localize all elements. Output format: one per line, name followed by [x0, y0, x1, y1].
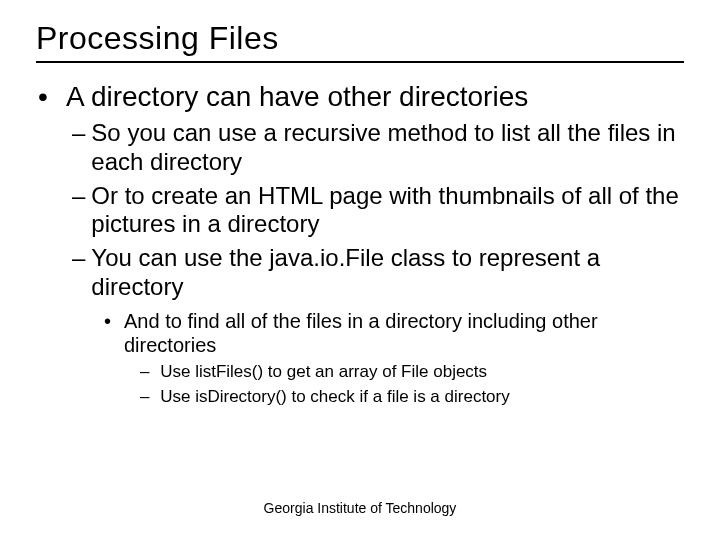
slide-title: Processing Files [0, 0, 720, 61]
sub2-text: And to find all of the files in a direct… [124, 309, 684, 357]
bullet-level2: – You can use the java.io.File class to … [72, 244, 684, 301]
bullet-level4: – Use listFiles() to get an array of Fil… [140, 361, 684, 382]
dash-icon: – [72, 244, 91, 272]
bullet-dot-icon: • [36, 81, 66, 113]
dash-icon: – [72, 182, 91, 210]
sub3-text: Use listFiles() to get an array of File … [160, 361, 487, 382]
dash-icon: – [72, 119, 91, 147]
bullet-level3: • And to find all of the files in a dire… [104, 309, 684, 357]
dash-icon: – [140, 386, 160, 407]
bullet-level1: • A directory can have other directories [36, 81, 684, 113]
bullet-level2: – So you can use a recursive method to l… [72, 119, 684, 176]
bullet-level4: – Use isDirectory() to check if a file i… [140, 386, 684, 407]
slide-content: • A directory can have other directories… [0, 63, 720, 408]
bullet-dot-icon: • [104, 309, 124, 333]
dash-icon: – [140, 361, 160, 382]
sub1-text: Or to create an HTML page with thumbnail… [91, 182, 684, 239]
footer-text: Georgia Institute of Technology [0, 500, 720, 516]
sub1-text: You can use the java.io.File class to re… [91, 244, 684, 301]
bullet-level2: – Or to create an HTML page with thumbna… [72, 182, 684, 239]
sub1-text: So you can use a recursive method to lis… [91, 119, 684, 176]
sub3-text: Use isDirectory() to check if a file is … [160, 386, 510, 407]
bullet-text: A directory can have other directories [66, 81, 528, 113]
